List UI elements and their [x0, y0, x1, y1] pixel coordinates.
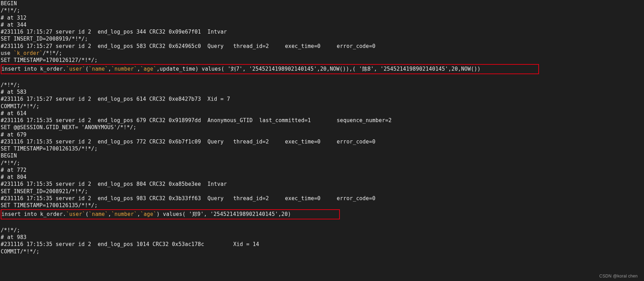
log-line: use `k_order`/*!*/;: [1, 50, 62, 56]
log-line: SET TIMESTAMP=1700126127/*!*/;: [1, 57, 98, 63]
sql-text: ,: [137, 66, 140, 72]
log-line: BEGIN: [1, 153, 17, 159]
log-line: /*!*/;: [1, 7, 20, 14]
log-line: # at 983: [1, 234, 27, 240]
log-line: #231116 17:15:27 server id 2 end_log_pos…: [1, 29, 227, 35]
sql-text: ,update_time) values( '刘7', '25452141989…: [156, 66, 481, 72]
sql-text: (: [85, 66, 89, 72]
log-line: SET INSERT_ID=2008919/*!*/;: [1, 36, 88, 42]
watermark-text: CSDN @koral chen: [599, 273, 638, 279]
log-line: /*!*/;: [1, 227, 20, 233]
col-name: `name`: [89, 66, 108, 72]
highlighted-sql-2: insert into k_order.`user`(`name`,`numbe…: [1, 209, 340, 219]
log-line: SET TIMESTAMP=1700126135/*!*/;: [1, 202, 98, 209]
log-line: # at 583: [1, 89, 27, 95]
log-line: SET TIMESTAMP=1700126135/*!*/;: [1, 146, 98, 152]
log-line: # at 804: [1, 174, 27, 180]
table-name: `user`: [66, 66, 85, 72]
log-line: #231116 17:15:35 server id 2 end_log_pos…: [1, 139, 376, 145]
log-line: SET @@SESSION.GTID_NEXT= 'ANONYMOUS'/*!*…: [1, 124, 136, 131]
sql-text: ,: [137, 211, 140, 217]
text: use: [1, 50, 14, 56]
log-line: /*!*/;: [1, 160, 20, 166]
text: /*!*/;: [43, 50, 62, 56]
log-line: # at 614: [1, 110, 27, 117]
sql-text: insert into k_order.: [1, 211, 66, 217]
log-line: BEGIN: [1, 0, 17, 7]
col-name: `number`: [111, 66, 137, 72]
col-name: `number`: [111, 211, 137, 217]
log-line: #231116 17:15:27 server id 2 end_log_pos…: [1, 43, 376, 49]
col-name: `name`: [89, 211, 108, 217]
col-name: `age`: [140, 66, 156, 72]
log-line: # at 772: [1, 167, 27, 173]
log-line: #231116 17:15:35 server id 2 end_log_pos…: [1, 117, 392, 124]
sql-text: (: [85, 211, 89, 217]
log-line: /*!*/;: [1, 82, 20, 88]
binlog-output: BEGIN /*!*/; # at 312 # at 344 #231116 1…: [0, 0, 644, 255]
log-line: #231116 17:15:35 server id 2 end_log_pos…: [1, 195, 376, 202]
log-line: COMMIT/*!*/;: [1, 103, 40, 110]
db-name: `k_order`: [14, 50, 43, 56]
col-name: `age`: [140, 211, 156, 217]
table-name: `user`: [66, 211, 85, 217]
log-line: #231116 17:15:27 server id 2 end_log_pos…: [1, 96, 230, 102]
log-line: COMMIT/*!*/;: [1, 248, 40, 255]
log-line: # at 679: [1, 132, 27, 138]
log-line: # at 344: [1, 22, 27, 28]
sql-text: ,: [108, 66, 111, 72]
log-line: #231116 17:15:35 server id 2 end_log_pos…: [1, 241, 259, 247]
log-line: SET INSERT_ID=2008921/*!*/;: [1, 188, 88, 195]
log-line: # at 312: [1, 15, 27, 21]
sql-text: insert into k_order.: [1, 66, 66, 72]
sql-text: ) values( '郑9', '2545214198902140145',20…: [156, 211, 291, 217]
sql-text: ,: [108, 211, 111, 217]
log-line: #231116 17:15:35 server id 2 end_log_pos…: [1, 181, 227, 187]
highlighted-sql-1: insert into k_order.`user`(`name`,`numbe…: [1, 64, 539, 74]
